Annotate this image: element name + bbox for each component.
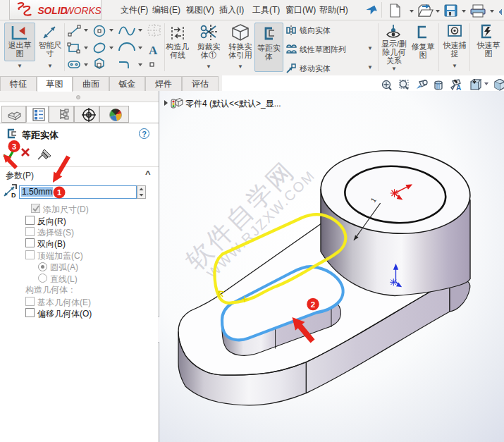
svg-text:SOLID: SOLID [37, 5, 67, 16]
svg-text:3: 3 [12, 142, 16, 151]
svg-text:WORKS: WORKS [65, 5, 101, 16]
svg-text:1: 1 [57, 188, 61, 197]
svg-text:A: A [456, 84, 461, 92]
svg-text:2: 2 [311, 300, 315, 309]
svg-text:A: A [149, 44, 158, 57]
svg-text:零件4 (默认<<默认>_显...: 零件4 (默认<<默认>_显... [185, 99, 281, 109]
